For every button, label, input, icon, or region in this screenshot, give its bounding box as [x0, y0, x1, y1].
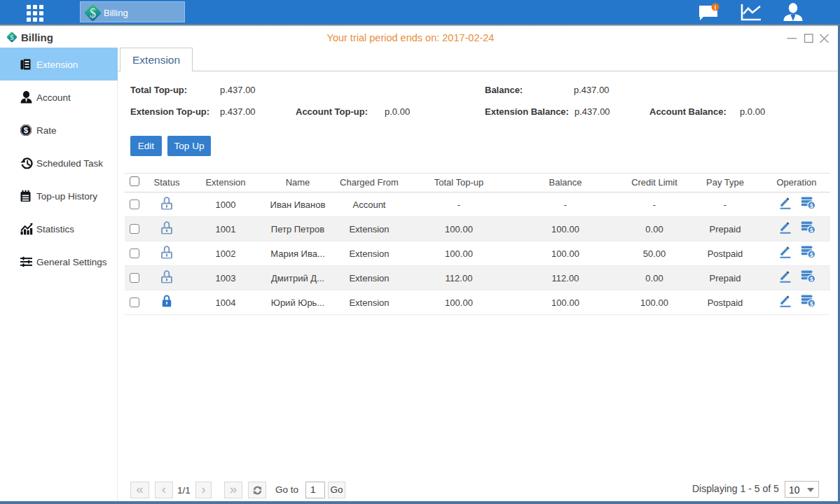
svg-text:$: $: [24, 126, 29, 134]
svg-text:$: $: [810, 276, 813, 283]
svg-text:!: !: [715, 4, 717, 11]
svg-text:$: $: [810, 251, 813, 258]
svg-text:$: $: [810, 227, 813, 234]
svg-text:$: $: [810, 202, 813, 209]
svg-text:$: $: [90, 6, 96, 20]
svg-text:$: $: [810, 300, 813, 307]
